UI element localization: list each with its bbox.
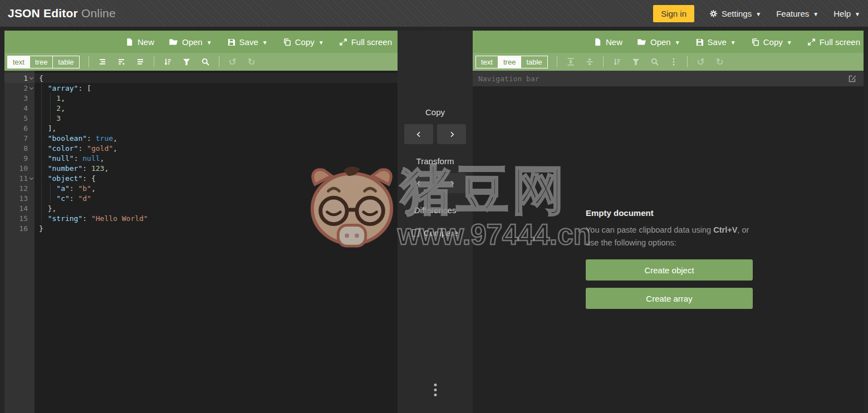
right-save-button[interactable]: Save ▼: [695, 37, 736, 47]
chevron-down-icon: ▼: [207, 40, 212, 46]
editor-line-14[interactable]: 14 },: [4, 203, 398, 213]
search-button[interactable]: [198, 55, 213, 68]
undo-button[interactable]: ↺: [693, 55, 709, 68]
navigation-bar-label: Navigation bar: [473, 75, 845, 83]
editor-line-8[interactable]: 8 "color": "gold",: [4, 143, 398, 153]
line-number: 15: [4, 214, 28, 223]
sort-button[interactable]: [609, 55, 625, 68]
chevron-down-icon: ▼: [262, 40, 268, 46]
expand-all-button[interactable]: [563, 55, 578, 68]
editor-line-15[interactable]: 15 "string": "Hello World": [4, 213, 398, 223]
help-menu[interactable]: Help ▼: [833, 9, 860, 18]
divider: [89, 56, 89, 67]
open-label: Open: [182, 37, 203, 47]
editor-line-2[interactable]: 2 "array": [: [4, 83, 398, 93]
right-tab-table[interactable]: table: [521, 56, 547, 68]
chevron-down-icon: ▼: [787, 40, 792, 46]
copy-right-to-left-button[interactable]: [404, 124, 433, 144]
redo-icon: ↻: [247, 57, 255, 67]
left-tab-tree[interactable]: tree: [30, 56, 52, 68]
empty-document-title: Empty document: [586, 208, 753, 218]
more-options-button[interactable]: [666, 55, 681, 68]
right-tab-text[interactable]: text: [476, 56, 498, 68]
left-mode-tabs: text tree table: [7, 56, 80, 68]
right-editor-panel: New Open ▼ Save ▼ Copy ▼ Full screen tex…: [473, 31, 864, 413]
right-new-button[interactable]: New: [594, 37, 622, 47]
create-array-button[interactable]: Create array: [586, 288, 753, 309]
indent-guide: [50, 93, 51, 123]
copy-left-to-right-button[interactable]: [437, 124, 466, 144]
repair-button[interactable]: [133, 55, 148, 68]
right-copy-button[interactable]: Copy ▼: [751, 37, 792, 47]
json-text-editor[interactable]: 1{2 "array": [3 1,4 2,5 36 ],7 "boolean"…: [4, 71, 398, 413]
sign-in-button[interactable]: Sign in: [653, 5, 694, 22]
app-header: JSON Editor Online Sign in Settings ▼ Fe…: [0, 0, 868, 27]
save-label: Save: [708, 37, 727, 47]
editor-line-7[interactable]: 7 "boolean": true,: [4, 133, 398, 143]
empty-document-block: Empty document You can paste clipboard d…: [586, 208, 753, 309]
editor-line-3[interactable]: 3 1,: [4, 93, 398, 103]
editor-line-5[interactable]: 5 3: [4, 113, 398, 123]
left-tab-text[interactable]: text: [8, 56, 30, 68]
fold-chevron-icon[interactable]: [28, 77, 35, 79]
undo-button[interactable]: ↺: [225, 55, 241, 68]
transform-left-to-right-button[interactable]: [437, 173, 466, 193]
fullscreen-label: Full screen: [820, 37, 860, 47]
right-fullscreen-button[interactable]: Full screen: [807, 37, 860, 47]
left-save-button[interactable]: Save ▼: [227, 37, 268, 47]
create-object-button[interactable]: Create object: [586, 259, 753, 281]
editor-line-13[interactable]: 13 "c": "d": [4, 193, 398, 203]
editor-line-10[interactable]: 10 "number": 123,: [4, 163, 398, 173]
app-title-light: Online: [81, 7, 116, 19]
left-new-button[interactable]: New: [125, 37, 154, 47]
fold-chevron-icon[interactable]: [28, 87, 35, 89]
fold-chevron-icon[interactable]: [28, 178, 35, 179]
right-open-button[interactable]: Open ▼: [637, 37, 680, 47]
fullscreen-icon: [339, 38, 347, 46]
undo-icon: ↺: [228, 57, 236, 67]
edit-navigation-button[interactable]: [845, 72, 860, 85]
differences-label: Differences: [398, 205, 473, 215]
collapse-all-button[interactable]: [582, 55, 597, 68]
divider: [219, 56, 219, 67]
editor-line-1[interactable]: 1{: [4, 73, 398, 83]
editor-line-9[interactable]: 9 "null": null,: [4, 153, 398, 163]
editor-line-4[interactable]: 4 2,: [4, 103, 398, 113]
editor-line-12[interactable]: 12 "a": "b",: [4, 183, 398, 193]
compare-toggle[interactable]: Compare: [398, 228, 473, 238]
left-fullscreen-button[interactable]: Full screen: [339, 37, 392, 47]
save-icon: [695, 38, 704, 46]
panel-options-handle[interactable]: [431, 381, 439, 399]
left-open-button[interactable]: Open ▼: [169, 37, 212, 47]
line-number: 8: [4, 144, 28, 153]
transform-right-to-left-button[interactable]: [404, 173, 433, 193]
editor-line-6[interactable]: 6 ],: [4, 123, 398, 133]
chevron-down-icon: ▼: [318, 40, 324, 46]
redo-button[interactable]: ↻: [244, 55, 259, 68]
transform-button[interactable]: [628, 55, 644, 68]
editor-line-16[interactable]: 16}: [4, 223, 398, 233]
collapse-all-icon: [585, 57, 594, 66]
copy-icon: [751, 38, 759, 46]
chevron-right-icon: [448, 179, 456, 188]
editor-line-11[interactable]: 11 "object": {: [4, 173, 398, 183]
tree-editor-area[interactable]: Empty document You can paste clipboard d…: [473, 86, 864, 413]
line-number: 1: [4, 74, 28, 82]
left-copy-button[interactable]: Copy ▼: [283, 37, 324, 47]
search-icon: [201, 57, 210, 66]
compare-checkbox[interactable]: [412, 229, 419, 237]
left-tab-table[interactable]: table: [52, 56, 79, 68]
features-menu[interactable]: Features ▼: [776, 9, 818, 18]
settings-menu[interactable]: Settings ▼: [709, 9, 761, 18]
right-main-toolbar: New Open ▼ Save ▼ Copy ▼ Full screen: [473, 31, 864, 53]
compact-button[interactable]: [114, 55, 129, 68]
sort-button[interactable]: [160, 55, 175, 68]
right-tab-tree[interactable]: tree: [498, 56, 521, 68]
transform-button[interactable]: [179, 55, 194, 68]
fullscreen-label: Full screen: [351, 37, 392, 47]
format-button[interactable]: [95, 55, 110, 68]
code-text: "a": "b",: [35, 184, 96, 193]
open-folder-icon: [169, 37, 178, 46]
redo-button[interactable]: ↻: [712, 55, 728, 68]
search-button[interactable]: [647, 55, 663, 68]
